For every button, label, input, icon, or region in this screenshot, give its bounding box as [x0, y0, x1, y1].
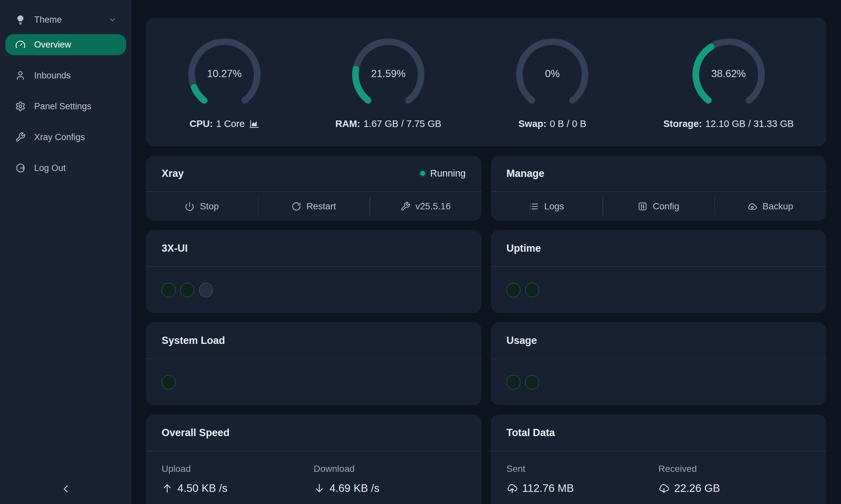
xray-card-title: Xray	[161, 168, 184, 179]
manage-actions: Logs Config Backup	[491, 192, 826, 221]
uptime-card-title: Uptime	[507, 242, 541, 254]
gauge-label: Swap:0 B / 0 B	[518, 119, 586, 129]
chevron-left-icon	[60, 483, 72, 495]
stop-button[interactable]: Stop	[146, 192, 258, 221]
gauge-icon	[15, 39, 25, 50]
arrow-up-icon	[161, 483, 173, 494]
gauge-percent: 21.59%	[342, 68, 434, 80]
xray-card: Xray Running Stop Restart v25.5.16	[146, 156, 482, 221]
user-icon	[15, 70, 25, 81]
stat-sent: Sent 112.76 MB	[507, 464, 659, 504]
sidebar: Theme Overview Inbounds Panel Settings X…	[0, 0, 132, 504]
xray-actions: Stop Restart v25.5.16	[146, 192, 482, 221]
gauge: 21.59%	[342, 35, 434, 114]
lightbulb-icon	[15, 15, 25, 25]
gauge-storage: 38.62% Storage:12.10 GB / 31.33 GB	[663, 35, 794, 129]
gauge-ram: 21.59% RAM:1.67 GB / 7.75 GB	[336, 35, 442, 129]
tag-v2-6-0[interactable]	[161, 283, 175, 297]
v25-5-16-button[interactable]: v25.5.16	[370, 192, 482, 221]
system-gauges-card: 10.27% CPU:1 Core 21.59% RAM:1.67 GB / 7…	[146, 18, 826, 146]
stat-upload: Upload 4.50 KB /s	[161, 464, 314, 504]
area-chart-icon[interactable]	[250, 119, 259, 129]
overall-speed-card: Overall Speed Upload 4.50 KB /s Download…	[146, 414, 482, 504]
cloud-icon	[748, 201, 757, 211]
sliders-icon	[638, 201, 648, 211]
gauge-percent: 10.27%	[178, 68, 270, 80]
manage-card: Manage Logs Config Backup	[491, 156, 826, 221]
status-label: Running	[430, 168, 465, 179]
stat-value-text: 22.26 GB	[674, 482, 720, 494]
total-data-card: Total Data Sent 112.76 MB Received 22.26…	[491, 414, 826, 504]
system-load-card-title: System Load	[161, 335, 225, 346]
sidebar-item-xray-configs[interactable]: Xray Configs	[5, 127, 126, 148]
system-load-card: System Load	[146, 322, 482, 405]
uptime-card: Uptime	[491, 230, 826, 313]
sidebar-collapse-button[interactable]	[0, 481, 132, 497]
gauge-percent: 0%	[506, 68, 598, 80]
stat-value-text: 112.76 MB	[522, 482, 574, 494]
tag-ram-34-08-mb	[507, 375, 520, 390]
cloud-up-icon	[507, 483, 518, 494]
gauge: 38.62%	[683, 35, 775, 114]
overall-speed-card-title: Overall Speed	[161, 427, 230, 439]
xui-card-title: 3X-UI	[161, 242, 188, 254]
tag-documentation[interactable]	[199, 283, 213, 297]
config-button[interactable]: Config	[602, 192, 715, 221]
tag-xray-2m	[507, 283, 520, 297]
cards-grid: Xray Running Stop Restart v25.5.16 Manag…	[146, 156, 826, 504]
logs-button[interactable]: Logs	[491, 192, 603, 221]
wrench-icon	[15, 132, 25, 142]
wrench-icon	[400, 201, 410, 211]
gauge-fill	[194, 87, 204, 100]
usage-card-title: Usage	[507, 335, 537, 346]
tag-0-01-0-09-0-15	[161, 375, 175, 390]
list-icon	[529, 201, 539, 211]
gauge-label: CPU:1 Core	[190, 119, 259, 129]
xui-card: 3X-UI	[146, 230, 482, 313]
power-icon	[185, 201, 194, 211]
gauge-label: Storage:12.10 GB / 31.33 GB	[663, 119, 794, 129]
stat-received: Received 22.26 GB	[658, 464, 810, 504]
total-data-card-title: Total Data	[507, 427, 555, 439]
stat-value-text: 4.69 KB /s	[329, 482, 379, 494]
backup-button[interactable]: Backup	[715, 192, 826, 221]
tag-threads-18	[525, 375, 539, 390]
sidebar-nav: Theme Overview Inbounds Panel Settings X…	[0, 9, 132, 179]
stat-value-text: 4.50 KB /s	[177, 482, 227, 494]
sidebar-item-theme[interactable]: Theme	[5, 9, 126, 30]
gauge-label: RAM:1.67 GB / 7.75 GB	[336, 119, 442, 129]
sidebar-item-log-out[interactable]: Log Out	[5, 158, 126, 179]
status-dot-icon	[420, 171, 425, 176]
restart-button[interactable]: Restart	[258, 192, 370, 221]
gauge-cpu: 10.27% CPU:1 Core	[178, 35, 270, 129]
tag-xrayui[interactable]	[181, 283, 194, 297]
stat-download: Download 4.69 KB /s	[314, 464, 466, 504]
gauge: 0%	[506, 35, 598, 114]
gauge-percent: 38.62%	[683, 68, 775, 80]
xray-status-badge: Running	[420, 168, 465, 179]
sidebar-item-inbounds[interactable]: Inbounds	[5, 65, 126, 86]
gauge-swap: 0% Swap:0 B / 0 B	[506, 35, 598, 129]
sidebar-item-panel-settings[interactable]: Panel Settings	[5, 96, 126, 117]
logout-icon	[15, 163, 25, 173]
restart-icon	[291, 201, 301, 211]
usage-card: Usage	[491, 322, 826, 405]
sidebar-item-overview[interactable]: Overview	[5, 34, 126, 55]
main-content: 10.27% CPU:1 Core 21.59% RAM:1.67 GB / 7…	[132, 0, 841, 504]
arrow-down-icon	[314, 483, 325, 494]
chevron-down-icon	[108, 16, 116, 24]
tag-os-1h	[525, 283, 539, 297]
gear-icon	[15, 101, 25, 111]
cloud-down-icon	[658, 483, 670, 494]
manage-card-title: Manage	[507, 168, 544, 179]
gauge: 10.27%	[178, 35, 270, 114]
